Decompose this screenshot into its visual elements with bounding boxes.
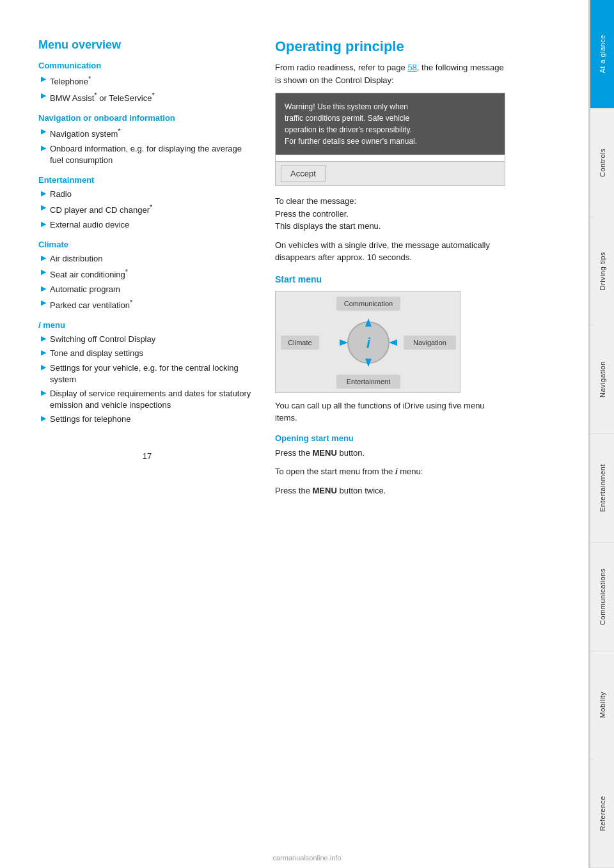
climate-item-3: Automatic program	[50, 284, 120, 295]
bullet-arrow-icon: ▶	[41, 127, 46, 136]
tab-navigation[interactable]: Navigation	[590, 325, 614, 434]
single-drive-text: On vehicles with a single drive, the mes…	[275, 239, 505, 264]
bullet-arrow-icon: ▶	[41, 389, 46, 397]
tab-entertainment[interactable]: Entertainment	[590, 434, 614, 543]
warning-container: Warning! Use this system only when traff…	[275, 93, 505, 186]
ent-item-3: External audio device	[50, 219, 129, 231]
list-item: ▶ Parked car ventilation*	[38, 298, 256, 312]
to-open-text: To open the start menu from the i menu:	[275, 465, 505, 478]
list-item: ▶ Settings for your vehicle, e.g. for th…	[38, 362, 256, 385]
list-item: ▶ CD player and CD changer*	[38, 203, 256, 217]
warning-line-4: For further details see owner's manual.	[285, 136, 496, 147]
you-can-text: You can call up all the functions of iDr…	[275, 399, 505, 424]
list-item: ▶ Radio	[38, 189, 256, 200]
watermark: carmanualsonline.info	[272, 854, 341, 862]
bullet-arrow-icon: ▶	[41, 348, 46, 357]
left-column: Menu overview Communication ▶ Telephone*…	[38, 38, 256, 842]
tab-label-driving-tips: Driving tips	[599, 252, 606, 290]
right-sidebar: At a glance Controls Driving tips Naviga…	[588, 0, 614, 868]
press-menu-text: Press the MENU button.	[275, 447, 505, 460]
climate-item-4: Parked car ventilation*	[50, 298, 132, 312]
tab-label-reference: Reference	[599, 796, 606, 831]
list-item: ▶ External audio device	[38, 219, 256, 231]
bullet-arrow-icon: ▶	[41, 220, 46, 228]
list-item: ▶ BMW Assist* or TeleService*	[38, 91, 256, 105]
list-item: ▶ Navigation system*	[38, 127, 256, 141]
tab-mobility[interactable]: Mobility	[590, 651, 614, 760]
tab-controls[interactable]: Controls	[590, 109, 614, 217]
tab-communications[interactable]: Communications	[590, 543, 614, 651]
page-container: Menu overview Communication ▶ Telephone*…	[0, 0, 614, 868]
list-item: ▶ Tone and display settings	[38, 348, 256, 359]
tab-at-a-glance[interactable]: At a glance	[590, 0, 614, 109]
climate-item-2: Seat air conditioning*	[50, 267, 128, 281]
warning-line-2: traffic conditions permit. Safe vehicle	[285, 112, 496, 124]
bullet-arrow-icon: ▶	[41, 144, 46, 152]
tab-driving-tips[interactable]: Driving tips	[590, 217, 614, 326]
tab-label-mobility: Mobility	[599, 692, 606, 718]
bullet-arrow-icon: ▶	[41, 203, 46, 212]
idrive-svg: i Communication Entertainment Climate	[276, 291, 460, 393]
accept-button[interactable]: Accept	[281, 165, 326, 182]
bullet-arrow-icon: ▶	[41, 91, 46, 100]
bullet-arrow-icon: ▶	[41, 254, 46, 262]
svg-text:Climate: Climate	[288, 339, 311, 346]
list-item: ▶ Seat air conditioning*	[38, 267, 256, 281]
list-item: ▶ Automatic program	[38, 284, 256, 295]
svg-text:Communication: Communication	[344, 300, 393, 307]
bullet-arrow-icon: ▶	[41, 414, 46, 422]
ent-item-1: Radio	[50, 189, 72, 200]
comm-item-1: Telephone*	[50, 74, 91, 88]
imenu-item-3: Settings for your vehicle, e.g. for the …	[50, 362, 256, 385]
menu-bold: MENU	[313, 448, 337, 458]
climate-title: Climate	[38, 240, 256, 249]
page-number: 17	[143, 451, 152, 461]
bullet-arrow-icon: ▶	[41, 284, 46, 293]
list-item: ▶ Display of service requirements and da…	[38, 388, 256, 411]
clear-message-text: To clear the message: Press the controll…	[275, 195, 505, 233]
idrive-diagram: i Communication Entertainment Climate	[275, 291, 460, 393]
nav-item-2: Onboard information, e.g. for displaying…	[50, 143, 256, 166]
tab-label-navigation: Navigation	[599, 361, 606, 398]
entertainment-title: Entertainment	[38, 175, 256, 185]
start-menu-title: Start menu	[275, 274, 505, 284]
warning-line-1: Warning! Use this system only when	[285, 101, 496, 112]
imenu-item-2: Tone and display settings	[50, 348, 143, 359]
warning-box: Warning! Use this system only when traff…	[276, 93, 505, 155]
opening-start-menu-title: Opening start menu	[275, 433, 505, 443]
bullet-arrow-icon: ▶	[41, 75, 46, 83]
imenu-item-4: Display of service requirements and date…	[50, 388, 256, 411]
navigation-onboard-title: Navigation or onboard information	[38, 113, 256, 123]
warning-line-3: operation is the driver's responsibility…	[285, 124, 496, 136]
svg-text:i: i	[366, 335, 371, 351]
bullet-arrow-icon: ▶	[41, 298, 46, 307]
svg-text:Entertainment: Entertainment	[347, 378, 390, 385]
press-menu-twice-text: Press the MENU button twice.	[275, 484, 505, 497]
menu-bold-2: MENU	[313, 486, 337, 495]
list-item: ▶ Air distribution	[38, 253, 256, 265]
imenu-title: i menu	[38, 320, 256, 330]
menu-overview-title: Menu overview	[38, 38, 256, 52]
right-column: Operating principle From radio readiness…	[275, 38, 505, 842]
nav-item-1: Navigation system*	[50, 127, 121, 141]
climate-item-1: Air distribution	[50, 253, 102, 265]
ent-item-2: CD player and CD changer*	[50, 203, 152, 217]
page-ref-link[interactable]: 58	[407, 63, 416, 72]
intro-text: From radio readiness, refer to page 58, …	[275, 61, 505, 86]
list-item: ▶ Telephone*	[38, 74, 256, 88]
i-icon-label: i	[395, 467, 398, 476]
tab-label-at-a-glance: At a glance	[599, 35, 606, 74]
communication-title: Communication	[38, 61, 256, 70]
imenu-item-5: Settings for telephone	[50, 414, 130, 425]
list-item: ▶ Switching off Control Display	[38, 334, 256, 345]
bullet-arrow-icon: ▶	[41, 189, 46, 198]
tab-label-communications: Communications	[599, 568, 606, 625]
tab-reference[interactable]: Reference	[590, 759, 614, 868]
tab-label-controls: Controls	[599, 148, 606, 177]
svg-text:Navigation: Navigation	[413, 339, 446, 346]
tab-label-entertainment: Entertainment	[599, 464, 606, 512]
operating-principle-title: Operating principle	[275, 38, 505, 55]
list-item: ▶ Onboard information, e.g. for displayi…	[38, 143, 256, 166]
main-content: Menu overview Communication ▶ Telephone*…	[0, 0, 588, 868]
bullet-arrow-icon: ▶	[41, 268, 46, 276]
